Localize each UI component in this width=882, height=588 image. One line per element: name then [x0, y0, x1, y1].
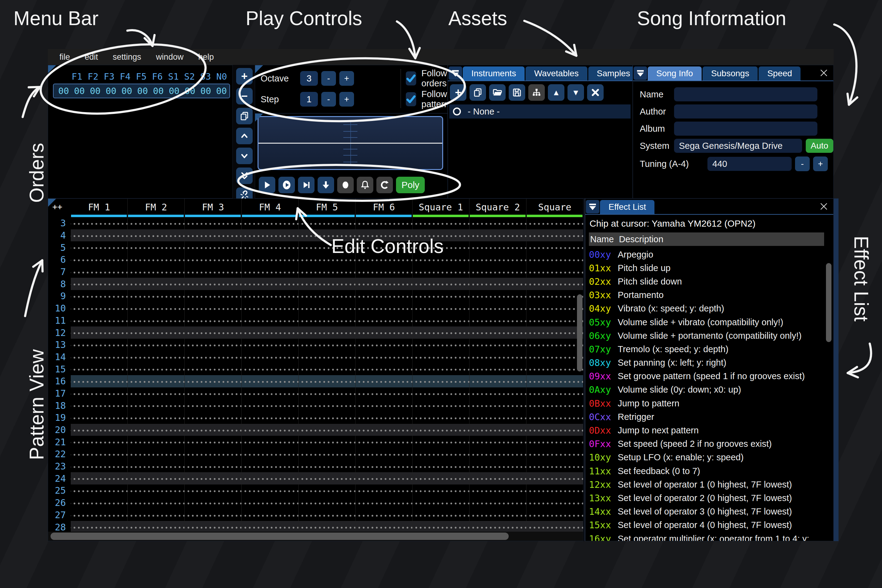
orders-row-selected[interactable]: 0000000000000000000000: [53, 84, 230, 98]
pattern-cell[interactable]: [470, 509, 526, 521]
pattern-cell[interactable]: [412, 278, 470, 290]
pattern-cell[interactable]: [412, 424, 470, 436]
pattern-cell[interactable]: [470, 254, 526, 266]
pattern-cell[interactable]: [128, 266, 184, 278]
pattern-cell[interactable]: [71, 484, 128, 497]
pattern-cell[interactable]: [71, 436, 128, 448]
pattern-cell[interactable]: [412, 266, 470, 278]
pattern-cell[interactable]: [128, 436, 184, 448]
channel-header-fm-1[interactable]: FM 1: [71, 199, 128, 217]
pattern-cell[interactable]: [298, 230, 356, 242]
pattern-cell[interactable]: [298, 497, 356, 509]
pattern-cell[interactable]: [298, 351, 356, 363]
pattern-cell[interactable]: [242, 497, 298, 509]
pattern-cell[interactable]: [412, 230, 470, 242]
pattern-cell[interactable]: [470, 290, 526, 302]
instrument-list-item-none[interactable]: - None -: [449, 104, 631, 118]
pattern-cell[interactable]: [128, 460, 184, 472]
tuning-input[interactable]: 440: [707, 157, 792, 171]
octave-decrement-button[interactable]: -: [321, 71, 336, 86]
window-menu-button[interactable]: [586, 200, 599, 213]
metronome-button[interactable]: [357, 177, 374, 193]
pattern-cell[interactable]: [128, 412, 184, 424]
pattern-cell[interactable]: [356, 351, 412, 363]
pattern-cell[interactable]: [128, 230, 184, 242]
pattern-cell[interactable]: [128, 448, 184, 460]
play-one-row-button[interactable]: [298, 177, 315, 193]
pattern-corner-label[interactable]: ++: [52, 202, 63, 212]
pattern-cell[interactable]: [242, 351, 298, 363]
window-menu-button[interactable]: [448, 66, 462, 80]
channel-header-fm-5[interactable]: FM 5: [298, 199, 356, 217]
pattern-cell[interactable]: [242, 339, 298, 351]
pattern-cell[interactable]: [128, 509, 184, 521]
scrollbar-thumb[interactable]: [51, 532, 508, 540]
menu-item-help[interactable]: help: [191, 49, 221, 65]
pattern-cell[interactable]: [470, 230, 526, 242]
pattern-cell[interactable]: [412, 351, 470, 363]
pattern-cell[interactable]: [356, 242, 412, 254]
menu-item-settings[interactable]: settings: [105, 49, 148, 65]
order-move-up-button[interactable]: [236, 128, 253, 144]
pattern-cell[interactable]: [128, 363, 184, 375]
pattern-cell[interactable]: [242, 448, 298, 460]
close-panel-button[interactable]: [819, 202, 828, 212]
instrument-delete-button[interactable]: [587, 84, 604, 101]
pattern-cell[interactable]: [526, 327, 584, 339]
pattern-cell[interactable]: [470, 302, 526, 315]
pattern-cell[interactable]: [128, 375, 184, 387]
instrument-open-button[interactable]: [489, 84, 506, 101]
pattern-cell[interactable]: [71, 375, 128, 387]
pattern-cell[interactable]: [71, 266, 128, 278]
pattern-cell[interactable]: [526, 424, 584, 436]
record-button[interactable]: [337, 177, 354, 193]
pattern-cell[interactable]: [356, 460, 412, 472]
pattern-cell[interactable]: [242, 327, 298, 339]
pattern-cell[interactable]: [184, 327, 242, 339]
pattern-cell[interactable]: [526, 472, 584, 484]
order-value[interactable]: 00: [135, 86, 151, 96]
pattern-cell[interactable]: [71, 363, 128, 375]
pattern-cell[interactable]: [71, 497, 128, 509]
follow-orders-checkbox[interactable]: [406, 71, 416, 86]
channel-header-square-1[interactable]: Square 1: [412, 199, 470, 217]
order-value[interactable]: 00: [103, 86, 119, 96]
pattern-cell[interactable]: [526, 315, 584, 327]
pattern-cell[interactable]: [526, 290, 584, 302]
pattern-cell[interactable]: [242, 278, 298, 290]
channel-header-fm-2[interactable]: FM 2: [128, 199, 184, 217]
octave-value[interactable]: 3: [300, 71, 318, 86]
pattern-cell[interactable]: [184, 217, 242, 230]
pattern-horizontal-scrollbar[interactable]: [48, 532, 583, 541]
order-duplicate-end-button[interactable]: [236, 168, 253, 184]
pattern-cell[interactable]: [470, 266, 526, 278]
pattern-cell[interactable]: [470, 521, 526, 533]
pattern-cell[interactable]: [128, 387, 184, 400]
pattern-cell[interactable]: [242, 363, 298, 375]
pattern-cell[interactable]: [128, 472, 184, 484]
pattern-cell[interactable]: [298, 302, 356, 315]
play-button[interactable]: [259, 177, 275, 193]
effect-list-scrollbar[interactable]: [826, 263, 831, 342]
pattern-cell[interactable]: [71, 242, 128, 254]
pattern-cell[interactable]: [526, 254, 584, 266]
pattern-cell[interactable]: [184, 351, 242, 363]
pattern-cell[interactable]: [71, 412, 128, 424]
pattern-cell[interactable]: [184, 242, 242, 254]
menu-item-file[interactable]: file: [52, 49, 78, 65]
pattern-cell[interactable]: [526, 509, 584, 521]
pattern-cell[interactable]: [184, 521, 242, 533]
pattern-cell[interactable]: [242, 424, 298, 436]
pattern-cell[interactable]: [184, 509, 242, 521]
pattern-cell[interactable]: [128, 315, 184, 327]
pattern-cell[interactable]: [71, 290, 128, 302]
pattern-cell[interactable]: [242, 521, 298, 533]
tab-subsongs[interactable]: Subsongs: [702, 66, 758, 81]
pattern-cell[interactable]: [71, 399, 128, 412]
tab-effect-list[interactable]: Effect List: [600, 200, 654, 214]
order-value[interactable]: 00: [213, 86, 230, 96]
pattern-cell[interactable]: [298, 375, 356, 387]
pattern-cell[interactable]: [298, 448, 356, 460]
pattern-cell[interactable]: [356, 436, 412, 448]
step-value[interactable]: 1: [300, 92, 318, 106]
